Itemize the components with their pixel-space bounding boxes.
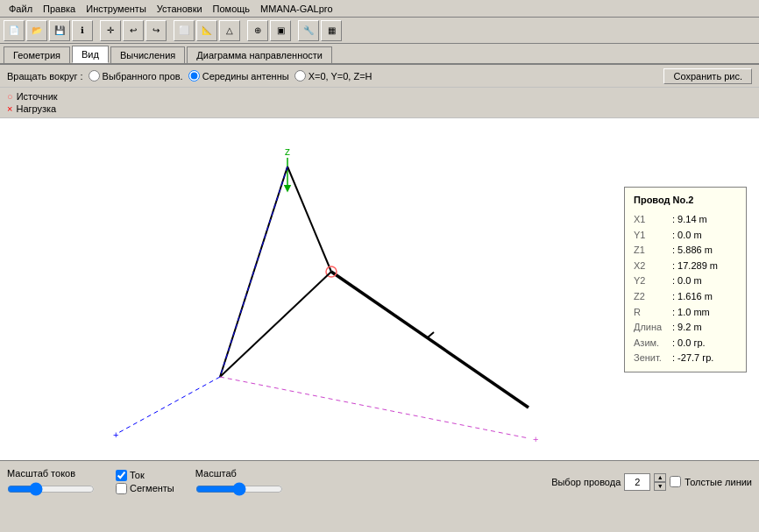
info-row-z2: Z2 : 1.616 m xyxy=(634,289,737,305)
tab-diagram[interactable]: Диаграмма направленности xyxy=(187,46,332,63)
radio-selected-wire[interactable]: Выбранного пров. xyxy=(89,70,183,82)
info-row-x2: X2 : 17.289 m xyxy=(634,259,737,274)
toolbar-rect[interactable]: ⬜ xyxy=(174,20,195,41)
toolbar-save[interactable]: 💾 xyxy=(49,20,70,41)
wire-select-group: Выбор провода ▲ ▼ Толстые линии xyxy=(551,473,752,491)
segments-check-item: Сегменты xyxy=(116,483,174,494)
toolbar-open[interactable]: 📂 xyxy=(26,20,47,41)
radio-center-label: Середины антенны xyxy=(202,71,289,82)
status-bar: Масштаб токов Ток Сегменты Масштаб Выбор… xyxy=(0,460,759,502)
info-row-r: R : 1.0 mm xyxy=(634,305,737,321)
radio-xyz-input[interactable] xyxy=(294,70,306,82)
toolbar-add[interactable]: ⊕ xyxy=(247,20,268,41)
wire-number-input[interactable] xyxy=(624,473,650,491)
canvas-area[interactable]: z + + Провод No.2 xyxy=(0,118,759,460)
tok-check-item: Ток xyxy=(116,470,174,481)
segments-label: Сегменты xyxy=(130,483,174,493)
wire-number-spinners: ▲ ▼ xyxy=(654,473,666,491)
wire-up-button[interactable]: ▲ xyxy=(654,473,666,482)
tab-geometry[interactable]: Геометрия xyxy=(4,46,70,63)
svg-text:+: + xyxy=(113,429,118,440)
legend-source: ○ Источник xyxy=(7,91,752,102)
legend-load-icon: × xyxy=(7,103,12,114)
info-row-zenith: Зенит. : -27.7 гр. xyxy=(634,351,737,366)
svg-text:+: + xyxy=(533,434,538,444)
radio-xyz-label: X=0, Y=0, Z=H xyxy=(309,71,372,82)
thick-lines-label: Толстые линии xyxy=(685,477,752,487)
menu-settings[interactable]: Установки xyxy=(152,2,208,16)
menu-file[interactable]: Файл xyxy=(4,2,38,16)
radio-xyz[interactable]: X=0, Y=0, Z=H xyxy=(294,70,372,82)
svg-line-3 xyxy=(331,272,528,408)
tabs-bar: Геометрия Вид Вычисления Диаграмма напра… xyxy=(0,44,759,65)
info-row-azimuth: Азим. : 0.0 гр. xyxy=(634,336,737,351)
current-scale-label: Масштаб токов xyxy=(7,468,75,479)
radio-center[interactable]: Середины антенны xyxy=(188,70,289,82)
legend: ○ Источник × Нагрузка xyxy=(0,88,759,118)
toolbar-tri[interactable]: △ xyxy=(219,20,240,41)
current-scale-slider[interactable] xyxy=(7,482,95,496)
svg-line-5 xyxy=(287,167,331,272)
save-picture-button[interactable]: Сохранить рис. xyxy=(663,68,752,84)
radio-center-input[interactable] xyxy=(188,70,200,82)
info-box-title: Провод No.2 xyxy=(634,193,737,209)
toolbar-move[interactable]: ✛ xyxy=(100,20,121,41)
tok-label: Ток xyxy=(130,470,145,480)
scale-label: Масштаб xyxy=(195,468,283,479)
scale-slider[interactable] xyxy=(195,482,283,496)
menu-bar: Файл Правка Инструменты Установки Помощь… xyxy=(0,0,759,18)
toolbar-redo[interactable]: ↪ xyxy=(145,20,167,41)
info-row-y2: Y2 : 0.0 m xyxy=(634,273,737,289)
toolbar-undo[interactable]: ↩ xyxy=(123,20,144,41)
toolbar-new[interactable]: 📄 xyxy=(4,20,25,41)
menu-mmana[interactable]: MMANA-GALpro xyxy=(255,2,338,16)
thick-lines-checkbox[interactable] xyxy=(670,476,681,487)
wire-down-button[interactable]: ▼ xyxy=(654,482,666,491)
toolbar-info[interactable]: ℹ xyxy=(72,20,93,41)
menu-help[interactable]: Помощь xyxy=(208,2,256,16)
radio-selected-wire-input[interactable] xyxy=(89,70,100,82)
rotate-bar: Вращать вокруг : Выбранного пров. Середи… xyxy=(0,65,759,88)
wire-select-label: Выбор провода xyxy=(551,477,621,487)
info-row-x1: X1 : 9.14 m xyxy=(634,212,737,228)
toolbar-measure[interactable]: 📐 xyxy=(196,20,217,41)
rotate-label: Вращать вокруг : xyxy=(7,71,83,82)
tok-checkbox[interactable] xyxy=(116,470,127,481)
legend-source-icon: ○ xyxy=(7,91,13,102)
tab-view[interactable]: Вид xyxy=(72,46,109,63)
svg-line-10 xyxy=(220,377,528,438)
legend-load: × Нагрузка xyxy=(7,103,752,114)
svg-line-4 xyxy=(428,332,434,337)
svg-text:z: z xyxy=(285,145,290,158)
menu-edit[interactable]: Правка xyxy=(38,2,81,16)
radio-selected-wire-label: Выбранного пров. xyxy=(103,71,183,82)
info-row-length: Длина : 9.2 m xyxy=(634,320,737,336)
toolbar-table[interactable]: ▦ xyxy=(321,20,342,41)
legend-source-label: Источник xyxy=(17,91,58,102)
tab-calc[interactable]: Вычисления xyxy=(110,46,185,63)
menu-tools[interactable]: Инструменты xyxy=(81,2,152,16)
info-row-z1: Z1 : 5.886 m xyxy=(634,243,737,259)
segments-checkbox[interactable] xyxy=(116,483,127,494)
current-scale-group: Масштаб токов xyxy=(7,468,95,479)
legend-load-label: Нагрузка xyxy=(16,103,56,114)
svg-line-9 xyxy=(117,377,220,434)
info-box: Провод No.2 X1 : 9.14 m Y1 : 0.0 m Z1 : … xyxy=(624,187,747,372)
info-row-y1: Y1 : 0.0 m xyxy=(634,228,737,244)
toolbar-grid[interactable]: ▣ xyxy=(270,20,291,41)
check-group: Ток Сегменты xyxy=(116,470,174,494)
toolbar: 📄 📂 💾 ℹ ✛ ↩ ↪ ⬜ 📐 △ ⊕ ▣ 🔧 ▦ xyxy=(0,18,759,44)
toolbar-wrench[interactable]: 🔧 xyxy=(298,20,319,41)
